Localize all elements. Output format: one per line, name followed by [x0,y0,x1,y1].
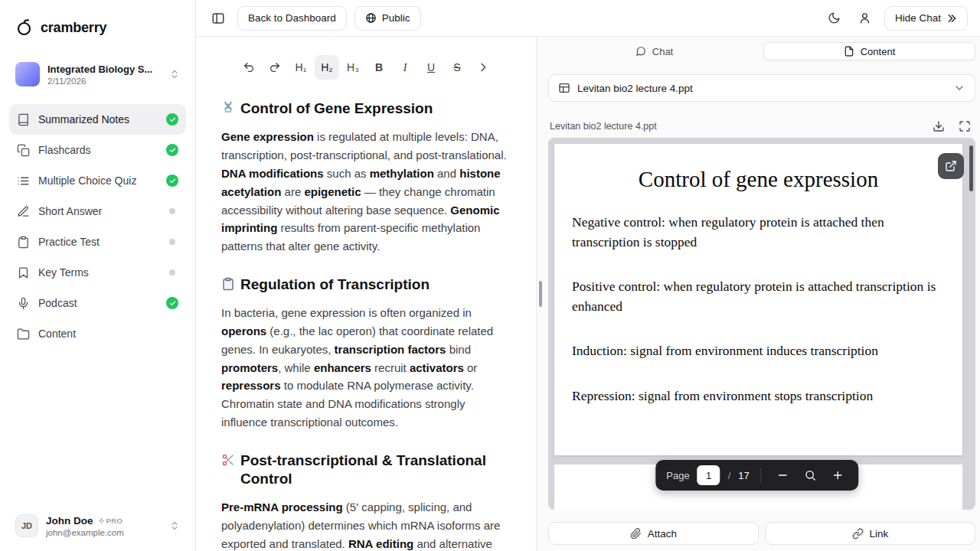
sidebar-item-label: Practice Test [38,236,161,248]
maximize-icon [959,120,971,132]
editor-paragraph[interactable]: Pre-mRNA processing (5' capping, splicin… [221,498,511,551]
sidebar-item-label: Summarized Notes [38,113,158,126]
brand: cramberry [0,0,195,37]
plus-icon [832,469,844,481]
zoom-out-button[interactable] [773,465,793,485]
panel-tabs: Chat Content [548,42,975,60]
project-selector[interactable]: Integrated Biology S... 2/11/2026 [9,60,186,89]
chevron-right-icon [477,61,489,73]
slide-text-line: Positive control: when regulatory protei… [572,277,941,316]
strikethrough-button[interactable]: S [445,55,469,80]
file-viewer: Levitan bio2 lecture 4.ppt Control of ge… [548,115,975,510]
resizer-drag-handle[interactable] [539,281,542,307]
heading1-button[interactable]: H₁ [289,55,313,80]
user-name: John Doe [46,515,93,527]
open-external-button[interactable] [938,153,964,179]
user-account-selector[interactable]: JD John Doe PRO john@example.com [9,508,186,543]
page-label: Page [666,470,689,481]
completed-check-badge [166,297,178,309]
theme-toggle-button[interactable] [823,7,846,30]
slide-title: Control of gene expression [554,167,962,192]
download-button[interactable] [933,120,945,132]
hide-chat-button[interactable]: Hide Chat [884,6,968,31]
sidebar-toggle-button[interactable] [207,7,230,30]
completed-check-badge [166,113,178,126]
clipboard-emoji-icon [221,277,235,291]
editor-heading[interactable]: Control of Gene Expression [221,99,511,118]
table-icon [558,82,570,94]
public-button[interactable]: Public [354,6,421,31]
undo-button[interactable] [237,55,261,80]
sidebar-item-label: Multiple Choice Quiz [38,174,158,187]
editor-paragraph[interactable]: In bacteria, gene expression is often or… [221,304,511,432]
sidebar-item-podcast[interactable]: Podcast [9,288,186,318]
content-icon [17,328,30,341]
external-link-icon [945,160,957,172]
sidebar-item-key-terms[interactable]: Key Terms [9,257,186,288]
avatar: JD [15,514,38,537]
sidebar-item-flashcards[interactable]: Flashcards [9,135,186,165]
link-button[interactable]: Link [765,522,975,545]
redo-button[interactable] [263,55,287,80]
public-label: Public [382,12,410,24]
underline-button[interactable]: U [419,55,443,80]
hide-chat-label: Hide Chat [895,12,941,24]
viewer-scrollbar-thumb[interactable] [969,145,973,191]
editor-content[interactable]: Control of Gene ExpressionGene expressio… [196,80,536,551]
file-select-dropdown[interactable]: Levitan bio2 lecture 4.ppt [548,74,975,102]
scissors-icon [221,453,235,467]
page-controls: Page / 17 [655,460,858,491]
fullscreen-button[interactable] [959,120,971,132]
completed-check-badge [166,174,178,187]
cramberry-logo-icon [15,18,34,37]
sparkle-icon [98,517,105,524]
sidebar-item-label: Key Terms [38,266,161,279]
zoom-in-button[interactable] [828,465,848,485]
slide-text-line: Repression: signal from environment stop… [572,386,941,406]
sidebar-item-summarized-notes[interactable]: Summarized Notes [9,104,186,135]
zoom-button[interactable] [801,465,821,485]
sidebar-item-label: Podcast [38,297,158,309]
toolbar-more-button[interactable] [471,55,495,80]
chevrons-up-down-icon [169,69,180,80]
heading3-button[interactable]: H₃ [341,55,365,80]
app-window: cramberry Integrated Biology S... 2/11/2… [0,0,980,551]
sidebar-item-multiple-choice-quiz[interactable]: Multiple Choice Quiz [9,165,186,196]
pending-dot-badge [169,208,175,214]
sidebar-item-practice-test[interactable]: Practice Test [9,227,186,257]
pager-divider [761,468,762,483]
project-date: 2/11/2026 [47,77,162,86]
right-panel: Chat Content Levitan bio2 lecture 4.ppt … [544,37,980,551]
slide-text-line: Negative control: when regulatory protei… [572,213,941,252]
bold-button[interactable]: B [367,55,391,80]
sidebar-item-short-answer[interactable]: Short Answer [9,196,186,227]
short-answer-icon [17,205,30,218]
practice-test-icon [17,236,30,249]
sidebar-item-content[interactable]: Content [9,318,186,349]
account-button[interactable] [854,7,877,30]
italic-button[interactable]: I [393,55,417,80]
pane-resizer [536,37,544,551]
redo-icon [269,61,281,73]
quiz-icon [17,174,30,187]
user-icon [858,11,871,24]
editor-paragraph[interactable]: Gene expression is regulated at multiple… [221,128,511,256]
back-to-dashboard-button[interactable]: Back to Dashboard [237,6,347,31]
heading2-button[interactable]: H₂ [315,55,339,80]
editor-heading[interactable]: Regulation of Transcription [221,276,511,294]
back-to-dashboard-label: Back to Dashboard [248,12,336,24]
slide-page-1: Control of gene expression Negative cont… [554,144,962,455]
page-number-input[interactable] [697,465,720,485]
chevrons-up-down-icon [169,520,180,531]
tab-content[interactable]: Content [763,42,975,60]
topbar: Back to Dashboard Public Hide Chat [196,0,980,37]
heading-text: Control of Gene Expression [240,99,433,118]
dna-icon [221,101,235,115]
heading-text: Post-transcriptional & Translational Con… [240,452,511,489]
chat-bubble-icon [635,46,646,57]
tab-chat[interactable]: Chat [548,42,760,60]
attach-button[interactable]: Attach [548,522,759,545]
notes-icon [17,113,30,126]
editor-heading[interactable]: Post-transcriptional & Translational Con… [221,452,511,489]
link-icon [852,528,864,540]
